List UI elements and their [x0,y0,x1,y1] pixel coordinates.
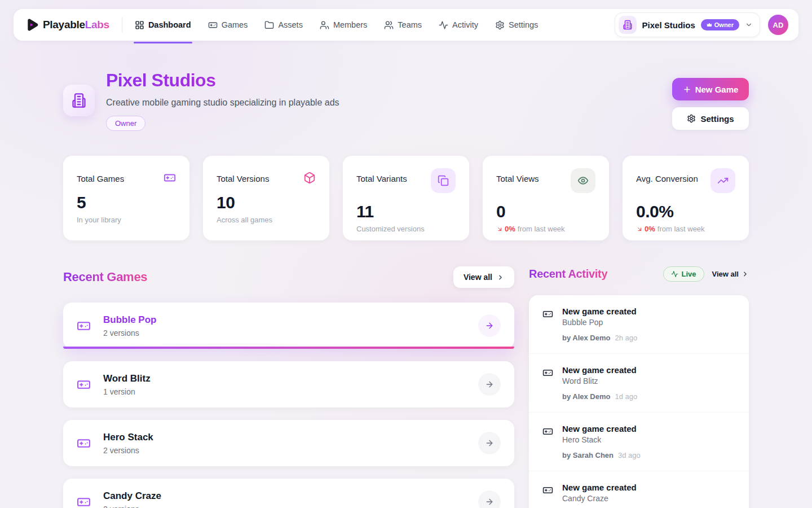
nav-label: Settings [509,20,538,29]
stat-value: 5 [77,193,176,212]
game-row-bubble-pop[interactable]: Bubble Pop 2 versions [63,303,514,349]
arrow-right-icon[interactable] [478,432,501,454]
game-versions: 2 versions [103,446,153,455]
recent-activity-title: Recent Activity [529,268,607,281]
avatar[interactable]: AD [768,15,788,35]
brand-logo[interactable]: PlayableLabs [24,17,109,32]
gear-icon [495,20,505,30]
stat-sub: Customized versions [356,225,456,233]
game-versions: 1 version [103,387,151,396]
new-game-button[interactable]: New Game [672,78,749,100]
game-name: Word Blitz [103,373,151,384]
stat-label: Total Versions [217,174,269,183]
workspace-name: Pixel Studios [642,20,695,30]
top-navbar: PlayableLabs Dashboard Games Assets Memb… [14,9,798,41]
arrow-right-icon[interactable] [478,373,501,396]
stat-card-total-views: Total Views 0 0% from last week [483,156,609,240]
arrow-right-icon[interactable] [478,314,501,337]
activity-text: New game created Candy Craze by Alex Dem… [562,483,637,508]
game-row-text: Bubble Pop 2 versions [103,314,156,338]
nav-item-activity[interactable]: Activity [439,9,478,41]
gamepad-icon [542,309,553,342]
nav-item-assets[interactable]: Assets [264,9,303,41]
game-row-candy-craze[interactable]: Candy Craze 2 versions [63,479,514,508]
nav-item-settings[interactable]: Settings [495,9,538,41]
settings-button[interactable]: Settings [672,107,749,130]
trend-down-icon: 0% [496,225,515,233]
stat-card-total-versions: Total Versions 10 Across all games [203,156,329,240]
activity-text: New game created Bubble Pop by Alex Demo… [562,306,637,342]
studio-description: Creative mobile gaming studio specializi… [106,98,339,108]
plus-icon [683,85,691,94]
game-versions: 2 versions [103,329,156,338]
activity-game: Word Blitz [562,376,637,386]
nav-item-teams[interactable]: Teams [384,9,422,41]
recent-games-title: Recent Games [63,270,147,284]
stat-card-total-games: Total Games 5 In your library [63,156,189,240]
nav-item-members[interactable]: Members [320,9,367,41]
nav-item-games[interactable]: Games [208,9,248,41]
studio-header-left: Pixel Studios Creative mobile gaming stu… [63,70,339,131]
activity-title: New game created [562,365,637,375]
game-name: Hero Stack [103,432,153,443]
stat-trend: 0% from last week [636,225,735,233]
activity-game: Hero Stack [562,435,641,444]
recent-activity-section: Recent Activity Live View all [529,266,749,508]
grid-icon [135,20,144,30]
crown-icon [707,22,712,28]
workspace-role-badge: Owner [701,19,739,30]
user-icon [320,20,329,30]
game-row-hero-stack[interactable]: Hero Stack 2 versions [63,420,514,466]
gamepad-icon [542,426,553,459]
owner-badge: Owner [106,116,145,131]
activity-header-right: Live View all [663,266,749,282]
view-all-games-button[interactable]: View all [453,266,514,288]
nav-label: Members [333,20,367,29]
gamepad-icon [77,436,91,450]
activity-item[interactable]: New game created Bubble Pop by Alex Demo… [529,295,749,353]
arrow-right-icon[interactable] [478,491,501,508]
folder-icon [264,20,274,30]
studio-header: Pixel Studios Creative mobile gaming stu… [63,70,749,131]
gamepad-icon [77,319,91,333]
divider [122,17,122,32]
chevron-right-icon [497,274,504,281]
stat-value: 0.0% [636,202,735,221]
chevron-right-icon [742,270,749,278]
nav-label: Games [222,20,248,29]
activity-meta: by Alex Demo1d ago [562,392,637,401]
activity-meta: by Sarah Chen3d ago [562,451,641,459]
activity-item[interactable]: New game created Candy Craze by Alex Dem… [529,471,749,508]
stat-value: 11 [356,202,456,221]
game-list: Bubble Pop 2 versions Word Blitz 1 versi… [63,303,514,508]
gamepad-icon [77,378,91,392]
activity-title: New game created [562,306,637,316]
activity-item[interactable]: New game created Hero Stack by Sarah Che… [529,412,749,471]
stat-card-avg-conversion: Avg. Conversion 0.0% 0% from last week [623,156,749,240]
activity-meta: by Alex Demo2h ago [562,334,637,342]
nav-item-dashboard[interactable]: Dashboard [135,9,191,41]
main-nav: Dashboard Games Assets Members Teams Act… [135,9,539,41]
workspace-selector[interactable]: Pixel Studios Owner [615,12,760,37]
activity-game: Bubble Pop [562,318,637,327]
stat-label: Avg. Conversion [636,174,698,183]
stat-label: Total Variants [356,174,407,183]
stat-value: 0 [496,202,595,221]
trend-down-icon: 0% [636,225,655,233]
gear-icon [687,114,696,123]
nav-label: Activity [452,20,478,29]
game-row-word-blitz[interactable]: Word Blitz 1 version [63,361,514,408]
building-icon [619,16,637,34]
nav-label: Dashboard [148,20,191,29]
gamepad-icon [542,485,553,508]
live-badge: Live [663,266,704,282]
gamepad-icon [542,367,553,401]
users-icon [384,20,394,30]
activity-item[interactable]: New game created Word Blitz by Alex Demo… [529,353,749,412]
stat-sub: In your library [77,216,176,224]
view-all-activity-link[interactable]: View all [712,270,749,278]
nav-label: Teams [398,20,422,29]
recent-games-section: Recent Games View all Bubble Pop 2 versi… [63,266,514,508]
game-versions: 2 versions [103,505,161,508]
activity-game: Candy Craze [562,494,637,503]
